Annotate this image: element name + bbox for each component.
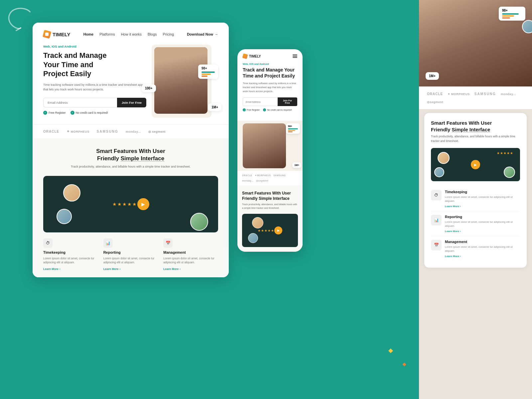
mobile-header: TIMELY [237, 49, 303, 63]
right-feature-timekeeping: ⏱ Timekeeping Lorem ipsum dolor sit amet… [431, 187, 520, 211]
rfi-management-desc: Lorem ipsum dolor sit amet, consecte tur… [445, 245, 520, 253]
deco-diamond-1 [388, 348, 393, 353]
mobile-form: Join For Free [243, 97, 297, 106]
mobile-va-1 [252, 217, 263, 228]
stat-1m: 1M+ [208, 103, 221, 111]
right-mini-bars [502, 13, 522, 19]
mobile-logo-icon [242, 53, 248, 59]
right-feature-reporting: 📊 Reporting Lorem ipsum dolor sit amet, … [431, 211, 520, 236]
check-icon-2: ✓ [70, 111, 74, 115]
mobile-play-btn[interactable]: ▶ [274, 226, 282, 234]
stat-98: 98+ [198, 65, 218, 79]
mobile-stat-98: 98+ [286, 123, 300, 134]
mobile-samsung: SAMSUNG [274, 174, 286, 177]
nav-platforms[interactable]: Platforms [99, 32, 115, 36]
timekeeping-learn-more[interactable]: Learn More › [43, 267, 98, 271]
rfi-timekeeping-learn[interactable]: Learn More › [445, 205, 520, 208]
right-stat-avatar [522, 20, 532, 33]
nav-how-it-works[interactable]: How it works [121, 32, 142, 36]
hero-platform: Web, IOS and Android [43, 45, 146, 48]
rv-play-btn[interactable]: ▶ [471, 160, 480, 169]
mobile-feature-video: ★★★★★ ▶ [242, 214, 298, 247]
mobile-monday: monday... [242, 180, 253, 182]
nav-home[interactable]: Home [83, 32, 94, 36]
rv-avatar-1 [438, 152, 450, 164]
right-stat-card-2: 1M+ [426, 72, 439, 80]
hero-image-area: 98+ 1M+ 100+ [152, 45, 218, 118]
right-monday: monday... [501, 92, 516, 96]
mobile-logo-text: TIMELY [249, 55, 261, 58]
right-morpheus: ✦MORPHEUS [448, 92, 470, 96]
reporting-icon: 📊 [103, 238, 113, 248]
bar-green [201, 71, 215, 73]
rfi-reporting-learn[interactable]: Learn More › [445, 230, 520, 233]
mobile-morpheus: ✦MORPHEUS [255, 174, 271, 177]
monday-logo: monday... [126, 130, 141, 133]
bar-orange [201, 75, 207, 77]
mobile-bar-o [288, 131, 293, 132]
management-icon: 📅 [163, 238, 173, 248]
rfi-timekeeping-icon: ⏱ [431, 190, 442, 200]
desktop-hero-section: TIMELY Home Platforms How it works Blogs… [33, 23, 229, 124]
desktop-card: TIMELY Home Platforms How it works Blogs… [33, 23, 229, 277]
right-features-subtitle: Track productivity, attendance, and bill… [431, 134, 520, 143]
nav-blogs[interactable]: Blogs [148, 32, 157, 36]
video-avatar-1 [63, 184, 80, 201]
reporting-title: Reporting [103, 250, 158, 254]
logo[interactable]: TIMELY [43, 31, 70, 38]
rv-stars: ★★★★★ [497, 151, 513, 155]
hero-description: Time tracking software used by millions,… [43, 82, 146, 92]
logo-icon-inner [45, 33, 49, 36]
feature-cards: ⏱ Timekeeping Lorem ipsum dolor sit amet… [43, 238, 218, 271]
play-button[interactable]: ▶ [137, 198, 149, 210]
rfi-management-content: Management Lorem ipsum dolor sit amet, c… [445, 240, 520, 258]
management-learn-more[interactable]: Learn More › [163, 267, 218, 271]
hero-badges: ✓ Free Register ✓ No credit card is requ… [43, 111, 146, 115]
right-features-panel: Smart Features With UserFriendly Simple … [424, 113, 527, 268]
video-avatar-3 [190, 213, 208, 231]
management-desc: Lorem ipsum dolor sit amet, consecte tur… [163, 256, 218, 265]
features-subtitle: Track productivity, attendance, and bill… [43, 164, 218, 169]
email-form: Join For Free [43, 98, 146, 107]
mobile-features: Smart Features With UserFriendly Simple … [237, 186, 303, 252]
bar-yellow [201, 73, 211, 75]
right-samsung: SAMSUNG [474, 92, 496, 96]
mobile-join-btn[interactable]: Join For Free [278, 97, 297, 106]
reporting-desc: Lorem ipsum dolor sit amet, consecte tur… [103, 256, 158, 265]
email-input[interactable] [43, 98, 117, 107]
timekeeping-title: Timekeeping [43, 250, 98, 254]
rfi-management-icon: 📅 [431, 240, 442, 250]
right-logos: ORACLE ✦MORPHEUS SAMSUNG monday... ◎segm… [419, 86, 532, 109]
right-hero-img: 98+ 1M+ [419, 0, 532, 86]
nav-download[interactable]: Download Now → [187, 32, 218, 36]
rv-avatar-3 [504, 167, 515, 178]
feature-card-reporting: 📊 Reporting Lorem ipsum dolor sit amet, … [103, 238, 158, 271]
stat-100: 100+ [142, 84, 156, 92]
mobile-check-1: ✓ [243, 108, 246, 111]
right-segment: ◎segment [427, 100, 443, 104]
arrow-icon-tk: › [60, 267, 61, 271]
deco-diamond-2 [402, 362, 406, 366]
rfi-timekeeping-content: Timekeeping Lorem ipsum dolor sit amet, … [445, 190, 520, 208]
right-features-title: Smart Features With UserFriendly Simple … [431, 120, 520, 133]
hamburger-menu[interactable] [293, 55, 297, 58]
mobile-stars: ★★★★★ [258, 229, 274, 232]
rv-avatar-2 [434, 167, 444, 177]
mobile-hero: Web, IOS and Android Track and Manage Yo… [237, 63, 303, 121]
mobile-email-input[interactable] [243, 97, 278, 106]
reporting-learn-more[interactable]: Learn More › [103, 267, 158, 271]
rfi-management-learn[interactable]: Learn More › [445, 255, 520, 258]
badge-free: ✓ Free Register [43, 111, 66, 115]
arrow-tk-r: › [460, 205, 461, 208]
mobile-badges: ✓ Free Register ✓ No credit card is requ… [243, 108, 297, 111]
right-feature-management: 📅 Management Lorem ipsum dolor sit amet,… [431, 236, 520, 261]
nav-pricing[interactable]: Pricing [163, 32, 174, 36]
segment-logo: ◎segment [148, 130, 166, 133]
management-title: Management [163, 250, 218, 254]
badge-no-cc: ✓ No credit card is required! [70, 111, 108, 115]
feature-card-timekeeping: ⏱ Timekeeping Lorem ipsum dolor sit amet… [43, 238, 98, 271]
hero-text: Web, IOS and Android Track and Manage Yo… [43, 45, 146, 115]
mobile-badge-nocc: ✓ No credit card is required! [263, 108, 292, 111]
rfi-reporting-title: Reporting [445, 215, 520, 219]
join-btn[interactable]: Join For Free [117, 98, 146, 107]
